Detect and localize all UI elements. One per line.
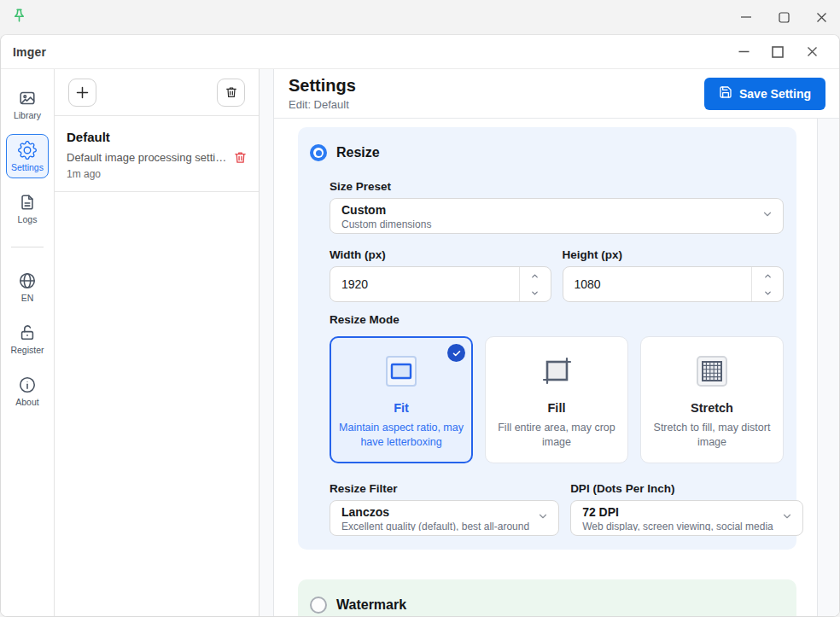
main-scrollbar-track[interactable]	[817, 119, 839, 616]
app-window: Imger Library	[0, 34, 840, 617]
mode-title: Stretch	[650, 401, 774, 415]
sidebar-item-label: Logs	[18, 214, 38, 224]
info-icon	[18, 375, 37, 394]
save-setting-button[interactable]: Save Setting	[704, 78, 825, 110]
mode-card-stretch[interactable]: Stretch Stretch to fill, may distort ima…	[640, 336, 784, 463]
app-close-button[interactable]	[795, 35, 829, 69]
preset-list-toolbar	[55, 69, 259, 116]
dpi-value: 72 DPI	[582, 505, 773, 519]
sidebar-divider	[11, 247, 44, 247]
sidebar-item-label: EN	[21, 293, 34, 303]
chevron-down-icon	[761, 208, 773, 224]
sidebar-item-library[interactable]: Library	[6, 82, 49, 126]
preset-title: Default	[67, 130, 247, 144]
sidebar-item-label: Settings	[11, 162, 44, 172]
page-subtitle: Edit: Default	[289, 98, 356, 111]
width-spinner	[519, 267, 551, 301]
sidebar-item-label: Register	[10, 345, 44, 355]
check-icon	[447, 344, 465, 362]
watermark-radio[interactable]	[310, 597, 327, 614]
main-panel: Settings Edit: Default Save Setting	[274, 69, 839, 616]
delete-presets-button[interactable]	[217, 79, 245, 107]
resize-mode-label: Resize Mode	[330, 313, 784, 326]
sidebar-item-label: About	[15, 397, 38, 407]
preset-list-item-default[interactable]: Default Default image processing setting…	[55, 116, 259, 192]
dpi-select[interactable]: 72 DPI Web display, screen viewing, soci…	[570, 500, 803, 536]
outer-close-button[interactable]	[802, 0, 840, 34]
save-icon	[719, 85, 732, 102]
list-scrollbar-track[interactable]	[260, 69, 274, 616]
mode-title: Fill	[494, 401, 619, 415]
sidebar-item-settings[interactable]: Settings	[6, 134, 49, 178]
preset-description: Default image processing settings	[67, 151, 227, 164]
delete-preset-icon[interactable]	[233, 150, 248, 168]
main-header: Settings Edit: Default Save Setting	[274, 69, 839, 119]
app-title: Imger	[13, 45, 46, 59]
resize-filter-description: Excellent quality (default), best all-ar…	[341, 521, 529, 531]
resize-filter-label: Resize Filter	[330, 482, 559, 495]
sidebar-item-about[interactable]: About	[6, 369, 49, 413]
watermark-section-title: Watermark	[336, 597, 406, 613]
app-titlebar: Imger	[1, 35, 839, 69]
mode-description: Fill entire area, may crop image	[494, 421, 619, 451]
page-title: Settings	[289, 76, 356, 96]
size-preset-value: Custom	[341, 203, 754, 217]
outer-maximize-button[interactable]	[765, 0, 802, 34]
sidebar-item-label: Library	[14, 110, 41, 120]
sidebar-item-language[interactable]: EN	[6, 265, 49, 309]
pin-icon	[11, 8, 27, 27]
stretch-icon	[650, 352, 774, 391]
chevron-down-icon	[537, 510, 549, 526]
width-input-group	[330, 266, 551, 302]
height-input-group	[563, 266, 785, 302]
gear-icon	[18, 141, 37, 160]
preset-list-panel: Default Default image processing setting…	[55, 69, 260, 616]
sidebar-item-logs[interactable]: Logs	[6, 186, 49, 230]
watermark-section: Watermark Watermark Type	[298, 579, 796, 617]
outer-minimize-button[interactable]	[727, 0, 765, 34]
resize-radio[interactable]	[310, 144, 327, 161]
fill-icon	[494, 352, 619, 391]
increment-icon[interactable]	[520, 267, 551, 284]
save-setting-label: Save Setting	[739, 87, 811, 101]
resize-filter-value: Lanczos	[341, 505, 529, 519]
globe-icon	[18, 271, 37, 290]
app-maximize-button[interactable]	[761, 35, 795, 69]
fit-icon	[339, 352, 464, 391]
document-icon	[18, 193, 37, 212]
height-input[interactable]	[563, 267, 752, 301]
unlock-icon	[18, 323, 37, 342]
resize-section: Resize Size Preset Custom Custom dimensi…	[298, 127, 796, 550]
size-preset-description: Custom dimensions	[341, 218, 754, 229]
mode-description: Maintain aspect ratio, may have letterbo…	[339, 421, 464, 451]
mode-card-fill[interactable]: Fill Fill entire area, may crop image	[485, 336, 628, 463]
height-label: Height (px)	[563, 248, 785, 261]
add-preset-button[interactable]	[68, 79, 96, 107]
settings-scroll-area: Resize Size Preset Custom Custom dimensi…	[274, 119, 817, 616]
chevron-down-icon	[781, 510, 793, 526]
resize-filter-select[interactable]: Lanczos Excellent quality (default), bes…	[330, 500, 559, 536]
mode-card-fit[interactable]: Fit Maintain aspect ratio, may have lett…	[330, 336, 473, 463]
width-label: Width (px)	[330, 248, 551, 261]
size-preset-label: Size Preset	[330, 180, 784, 193]
preset-timestamp: 1m ago	[67, 168, 247, 180]
app-minimize-button[interactable]	[726, 35, 761, 69]
image-icon	[18, 89, 37, 108]
resize-section-title: Resize	[336, 145, 380, 160]
outer-titlebar	[0, 0, 840, 34]
height-spinner	[751, 267, 783, 301]
size-preset-select[interactable]: Custom Custom dimensions	[330, 198, 784, 234]
decrement-icon[interactable]	[752, 284, 783, 301]
sidebar-item-register[interactable]: Register	[6, 317, 49, 361]
increment-icon[interactable]	[752, 267, 783, 284]
decrement-icon[interactable]	[520, 284, 551, 301]
width-input[interactable]	[330, 267, 519, 301]
mode-description: Stretch to fill, may distort image	[650, 421, 774, 451]
mode-title: Fit	[339, 401, 464, 415]
dpi-label: DPI (Dots Per Inch)	[570, 482, 803, 495]
dpi-description: Web display, screen viewing, social medi…	[582, 521, 773, 531]
sidebar-rail: Library Settings Logs	[1, 69, 55, 616]
